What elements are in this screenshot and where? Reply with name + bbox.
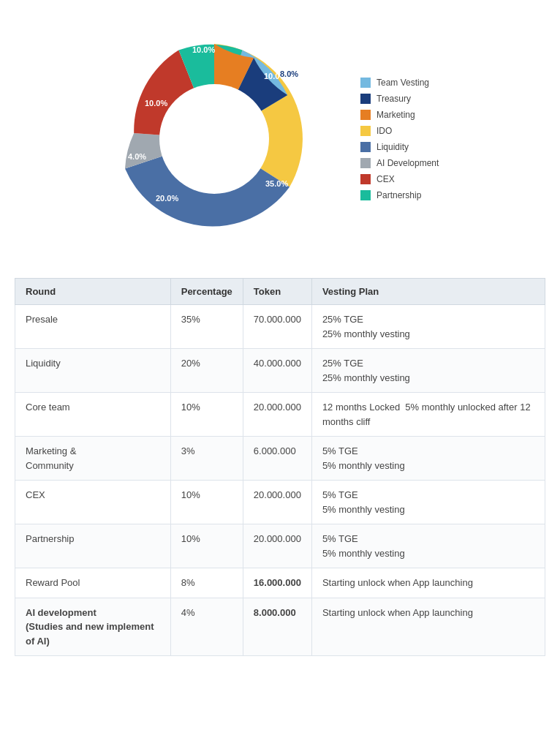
legend-color-marketing <box>360 110 371 120</box>
svg-text:10.0%: 10.0% <box>145 99 167 108</box>
cell-token: 20.000.000 <box>243 393 311 437</box>
cell-percentage: 10% <box>170 524 243 568</box>
cell-percentage: 4% <box>170 598 243 656</box>
legend-label-marketing: Marketing <box>377 110 415 120</box>
table-row: Marketing &Community 3% 6.000.000 5% TGE… <box>15 437 545 481</box>
cell-round: CEX <box>15 481 171 524</box>
table-section: Round Percentage Token Vesting Plan Pres… <box>0 271 560 678</box>
legend-label-ai-dev: AI Development <box>377 158 439 168</box>
cell-token: 6.000.000 <box>243 437 311 481</box>
cell-percentage: 3% <box>170 437 243 481</box>
table-row: Core team 10% 20.000.000 12 months Locke… <box>15 393 545 437</box>
svg-point-0 <box>159 84 269 194</box>
cell-round: AI development(Studies and new implement… <box>15 598 171 656</box>
legend-color-treasury <box>360 94 371 104</box>
chart-section: 35.0% 20.0% 4.0% 10.0% 10.0% 10.0% 8.0% … <box>0 0 560 271</box>
legend-color-team-vesting <box>360 78 371 88</box>
table-row: Reward Pool 8% 16.000.000 Starting unloc… <box>15 568 545 598</box>
cell-token: 20.000.000 <box>243 524 311 568</box>
table-header-row: Round Percentage Token Vesting Plan <box>15 279 545 305</box>
legend-label-team-vesting: Team Vesting <box>377 78 429 88</box>
legend-color-partnership <box>360 190 371 200</box>
cell-percentage: 20% <box>170 349 243 393</box>
cell-vesting: 12 months Locked 5% monthly unlocked aft… <box>311 393 545 437</box>
legend-color-ai-dev <box>360 158 371 168</box>
cell-round: Partnership <box>15 524 171 568</box>
table-row: AI development(Studies and new implement… <box>15 598 545 656</box>
table-row: CEX 10% 20.000.000 5% TGE5% monthly vest… <box>15 481 545 524</box>
cell-percentage: 35% <box>170 305 243 349</box>
cell-round: Liquidity <box>15 349 171 393</box>
cell-vesting: Starting unlock when App launching <box>311 598 545 656</box>
cell-token: 8.000.000 <box>243 598 311 656</box>
cell-vesting: 5% TGE5% monthly vesting <box>311 524 545 568</box>
cell-token: 40.000.000 <box>243 349 311 393</box>
cell-vesting: 25% TGE25% monthly vesting <box>311 305 545 349</box>
svg-text:35.0%: 35.0% <box>265 179 288 188</box>
legend-label-ido: IDO <box>377 126 392 136</box>
svg-text:20.0%: 20.0% <box>156 194 178 203</box>
vesting-table: Round Percentage Token Vesting Plan Pres… <box>15 278 545 656</box>
svg-text:8.0%: 8.0% <box>280 69 298 78</box>
chart-legend: Team Vesting Treasury Marketing IDO Liqu… <box>360 78 463 200</box>
cell-vesting: 5% TGE5% monthly vesting <box>311 437 545 481</box>
col-vesting: Vesting Plan <box>311 279 545 305</box>
legend-item-ai-dev: AI Development <box>360 158 463 168</box>
svg-text:4.0%: 4.0% <box>128 152 146 161</box>
legend-item-treasury: Treasury <box>360 94 463 104</box>
col-token: Token <box>243 279 311 305</box>
legend-color-ido <box>360 126 371 136</box>
cell-percentage: 10% <box>170 393 243 437</box>
cell-token: 70.000.000 <box>243 305 311 349</box>
legend-item-partnership: Partnership <box>360 190 463 200</box>
table-row: Partnership 10% 20.000.000 5% TGE5% mont… <box>15 524 545 568</box>
cell-vesting: Starting unlock when App launching <box>311 568 545 598</box>
table-row: Presale 35% 70.000.000 25% TGE25% monthl… <box>15 305 545 349</box>
col-round: Round <box>15 279 171 305</box>
cell-token: 16.000.000 <box>243 568 311 598</box>
legend-item-team-vesting: Team Vesting <box>360 78 463 88</box>
legend-color-cex <box>360 174 371 184</box>
cell-round: Presale <box>15 305 171 349</box>
donut-chart: 35.0% 20.0% 4.0% 10.0% 10.0% 10.0% 8.0% <box>97 22 331 256</box>
legend-label-cex: CEX <box>377 174 395 184</box>
cell-round: Core team <box>15 393 171 437</box>
cell-vesting: 5% TGE5% monthly vesting <box>311 481 545 524</box>
svg-text:10.0%: 10.0% <box>192 45 215 54</box>
table-row: Liquidity 20% 40.000.000 25% TGE25% mont… <box>15 349 545 393</box>
cell-vesting: 25% TGE25% monthly vesting <box>311 349 545 393</box>
cell-percentage: 10% <box>170 481 243 524</box>
legend-item-cex: CEX <box>360 174 463 184</box>
cell-token: 20.000.000 <box>243 481 311 524</box>
legend-item-liquidity: Liquidity <box>360 142 463 152</box>
cell-round: Marketing &Community <box>15 437 171 481</box>
legend-item-marketing: Marketing <box>360 110 463 120</box>
legend-label-partnership: Partnership <box>377 190 421 200</box>
cell-percentage: 8% <box>170 568 243 598</box>
legend-label-treasury: Treasury <box>377 94 411 104</box>
col-percentage: Percentage <box>170 279 243 305</box>
legend-label-liquidity: Liquidity <box>377 142 409 152</box>
legend-item-ido: IDO <box>360 126 463 136</box>
legend-color-liquidity <box>360 142 371 152</box>
cell-round: Reward Pool <box>15 568 171 598</box>
